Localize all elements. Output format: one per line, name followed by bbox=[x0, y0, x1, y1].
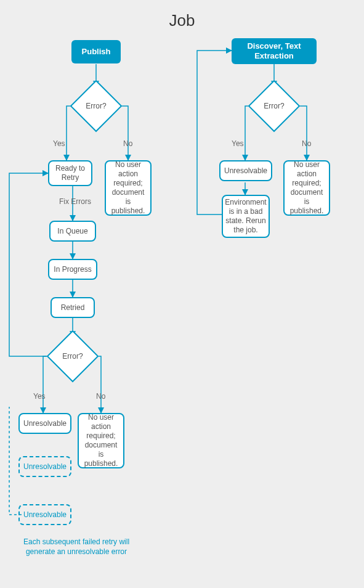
connector-lines bbox=[0, 0, 364, 588]
footnote: Each subsequent failed retry will genera… bbox=[15, 537, 138, 557]
fix-errors-label: Fix Errors bbox=[59, 197, 91, 206]
rerun-job: Environment is in a bad state. Rerun the… bbox=[222, 195, 270, 238]
publish-start: Publish bbox=[71, 40, 121, 63]
no-label-1: No bbox=[123, 139, 132, 148]
error-decision-right: Error? bbox=[256, 88, 293, 125]
no-action-2: No user action required; document is pub… bbox=[78, 413, 124, 468]
page-title: Job bbox=[0, 11, 364, 30]
in-progress: In Progress bbox=[48, 259, 97, 280]
ready-to-retry: Ready to Retry bbox=[48, 160, 92, 186]
unresolvable-2: Unresolvable bbox=[18, 456, 71, 477]
no-label-right: No bbox=[302, 139, 311, 148]
diagram-page: Job bbox=[0, 0, 364, 588]
no-action-right: No user action required; document is pub… bbox=[283, 160, 330, 216]
no-label-2: No bbox=[96, 392, 105, 401]
yes-label-2: Yes bbox=[33, 392, 46, 401]
unresolvable-3: Unresolvable bbox=[18, 504, 71, 525]
no-action-1: No user action required; document is pub… bbox=[105, 160, 152, 216]
retried: Retried bbox=[51, 297, 95, 318]
in-queue: In Queue bbox=[49, 221, 96, 242]
unresolvable-right: Unresolvable bbox=[219, 160, 272, 181]
yes-label-right: Yes bbox=[232, 139, 244, 148]
discover-start: Discover, Text Extraction bbox=[232, 38, 317, 64]
yes-label-1: Yes bbox=[53, 139, 65, 148]
error-decision-1: Error? bbox=[78, 88, 115, 125]
unresolvable-1: Unresolvable bbox=[18, 413, 71, 434]
error-decision-2: Error? bbox=[54, 338, 91, 375]
